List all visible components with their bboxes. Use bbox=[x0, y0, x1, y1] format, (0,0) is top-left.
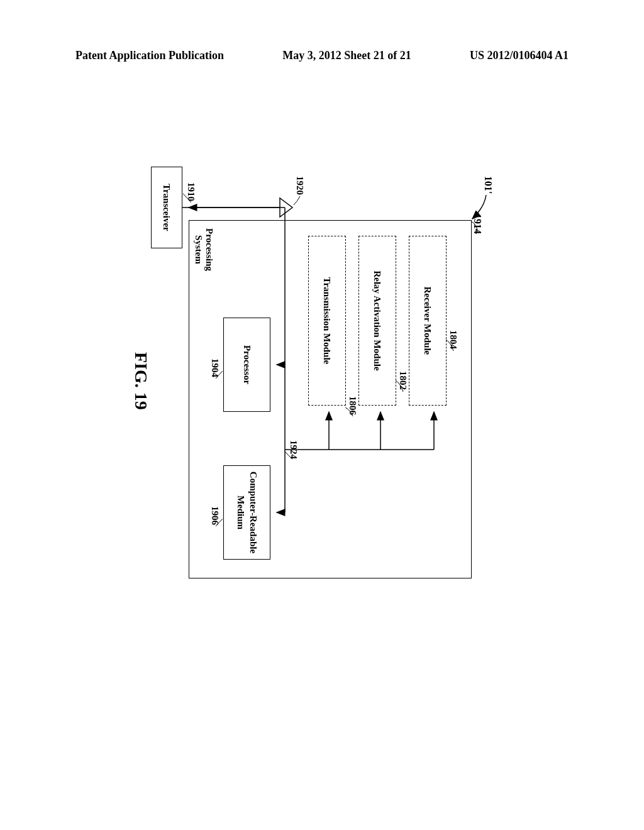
svg-marker-10 bbox=[280, 198, 292, 217]
processing-system-label: Processing System bbox=[189, 221, 218, 279]
apparatus-ref-label: 101' bbox=[482, 176, 494, 194]
relay-activation-label: Relay Activation Module bbox=[372, 270, 383, 370]
transmission-module-ref-label: 1806 bbox=[347, 396, 358, 415]
processor-label: Processor bbox=[242, 345, 252, 384]
header-left: Patent Application Publication bbox=[75, 49, 224, 62]
transceiver-box: Transceiver bbox=[151, 167, 182, 248]
receiver-module-ref-label: 1804 bbox=[448, 330, 458, 349]
medium-ref-label: 1906 bbox=[209, 506, 220, 525]
header-right: US 2012/0106404 A1 bbox=[470, 49, 569, 62]
receiver-module-box: Receiver Module bbox=[409, 236, 447, 406]
medium-label: Computer-Readable Medium bbox=[235, 472, 259, 553]
medium-box: Computer-Readable Medium bbox=[223, 465, 270, 560]
receiver-module-label: Receiver Module bbox=[423, 287, 433, 355]
relay-activation-box: Relay Activation Module bbox=[358, 236, 396, 406]
bus-ref-label: 1924 bbox=[288, 440, 299, 459]
antenna-ref-label: 1920 bbox=[294, 176, 305, 195]
transmission-module-box: Transmission Module bbox=[308, 236, 346, 406]
processor-box: Processor bbox=[223, 318, 270, 412]
processing-system-ref-label: 1914 bbox=[472, 214, 483, 234]
diagram: 101' Processing System 1914 Receiver Mod… bbox=[123, 163, 500, 604]
header-center: May 3, 2012 Sheet 21 of 21 bbox=[282, 49, 411, 62]
transmission-module-label: Transmission Module bbox=[322, 277, 333, 365]
diagram-rotated: 101' Processing System 1914 Receiver Mod… bbox=[123, 163, 500, 604]
relay-activation-ref-label: 1802 bbox=[397, 371, 408, 390]
processor-ref-label: 1904 bbox=[209, 358, 220, 377]
transceiver-label: Transceiver bbox=[162, 184, 172, 231]
transceiver-ref-label: 1910 bbox=[186, 182, 196, 201]
diagram-container: 101' Processing System 1914 Receiver Mod… bbox=[123, 163, 500, 604]
page-header: Patent Application Publication May 3, 20… bbox=[0, 49, 644, 62]
figure-label: FIG. 19 bbox=[131, 352, 151, 410]
